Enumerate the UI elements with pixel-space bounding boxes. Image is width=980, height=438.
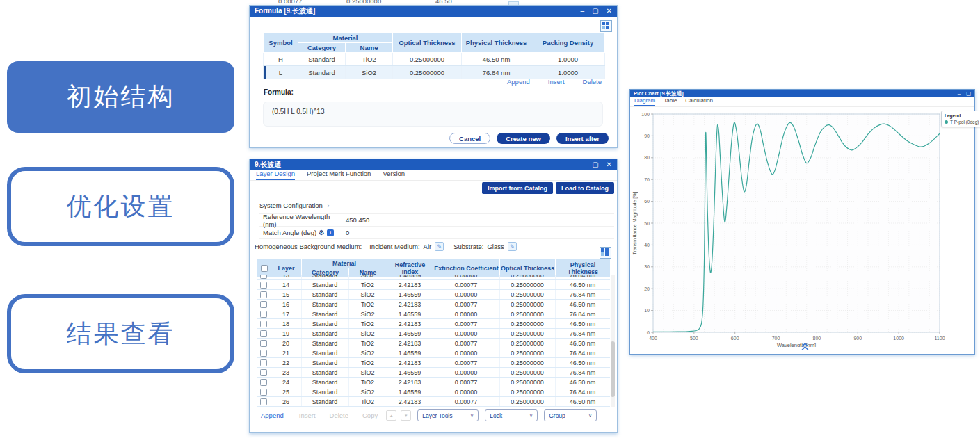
cell: 2.42183 [387,300,433,309]
minimize-icon[interactable]: – [581,161,585,168]
layer-row[interactable]: 18StandardTiO22.421830.000770.2500000046… [257,319,610,329]
table-scrollbar[interactable] [611,275,615,407]
expand-panel-chevron[interactable] [801,341,809,354]
step-button-initial-structure[interactable]: 初始结构 [7,61,234,133]
tab-layer-design[interactable]: Layer Design [256,170,295,180]
cell: 76.84 nm [555,387,610,397]
row-checkbox[interactable] [260,359,267,366]
cancel-button[interactable]: Cancel [449,133,490,144]
row-checkbox[interactable] [260,291,267,298]
row-checkbox[interactable] [260,311,267,318]
match-angle-label: Match Angle (deg) [263,229,316,236]
table-settings-icon[interactable] [600,20,612,32]
import-from-catalog-button[interactable]: Import from Catalog [482,182,553,194]
reference-wavelength-field[interactable]: 450.450 [335,214,614,226]
cell: 18 [271,319,301,329]
delete-link[interactable]: Delete [583,78,602,86]
row-checkbox[interactable] [260,379,267,386]
formula-row[interactable]: LStandardSiO20.2500000076.84 nm1.0000 [264,66,605,79]
load-to-catalog-button[interactable]: Load to Catalog [556,182,614,194]
scrollbar-thumb[interactable] [611,341,615,397]
column-header: Symbol [264,33,298,53]
formula-row[interactable]: HStandardTiO20.2500000046.50 nm1.0000 [264,53,605,66]
svg-text:70: 70 [644,177,650,182]
layer-row[interactable]: 23StandardSiO21.465590.000000.2500000076… [257,368,610,378]
group-dropdown[interactable]: Group ∨ [544,409,597,421]
row-checkbox[interactable] [260,398,267,405]
row-checkbox[interactable] [260,282,267,289]
layer-row[interactable]: 14StandardTiO22.421830.000770.2500000046… [257,280,610,290]
gear-icon[interactable]: ⚙ [319,229,325,236]
layer-tools-dropdown[interactable]: Layer Tools ∨ [417,409,479,421]
tab-diagram[interactable]: Diagram [634,97,655,106]
layer-row[interactable]: 17StandardSiO21.465590.000000.2500000076… [257,309,610,319]
layer-row[interactable]: 24StandardTiO22.421830.000770.2500000046… [257,378,610,387]
formula-input[interactable]: (0.5H L 0.5H)^13 [263,102,603,127]
layer-row[interactable]: 27StandardSiO21.465590.000000.1250000038… [257,407,610,408]
cell: 0.25000000 [499,348,555,358]
lock-dropdown[interactable]: Lock ∨ [485,409,538,421]
edit-substrate-icon[interactable]: ✎ [508,242,517,251]
row-checkbox[interactable] [260,321,267,327]
maximize-icon[interactable]: ▢ [592,8,598,15]
append-link[interactable]: Append [261,412,284,419]
row-checkbox[interactable] [260,340,267,347]
maximize-icon[interactable]: ▢ [966,91,971,97]
match-angle-field[interactable]: 0 [335,227,614,238]
layer-row[interactable]: 19StandardSiO21.465590.000000.2500000076… [257,329,610,339]
svg-text:400: 400 [649,336,657,341]
design-window-titlebar: 9.长波通 – ▢ ✕ [250,159,617,170]
layer-row[interactable]: 15StandardSiO21.465590.000000.2500000076… [257,290,610,300]
select-all-checkbox[interactable] [261,265,268,272]
move-up-button[interactable]: ▲ [386,410,396,421]
row-checkbox[interactable] [260,389,267,396]
layer-row[interactable]: 20StandardTiO22.421830.000770.2500000046… [257,339,610,348]
formula-dialog: Formula [9.长波通] – ▢ ✕ Symbol Material Op… [249,5,618,148]
svg-text:Transmittance Magnitude [%]: Transmittance Magnitude [%] [632,192,638,255]
row-checkbox[interactable] [260,301,267,308]
cell: 1.0000 [531,53,605,66]
system-configuration-toggle[interactable]: System Configuration › [259,202,330,209]
close-icon[interactable]: ✕ [607,8,612,15]
layer-row[interactable]: 25StandardSiO21.465590.000000.2500000076… [257,387,610,397]
close-icon[interactable]: ✕ [607,161,612,168]
tab-version[interactable]: Version [383,170,405,180]
formula-value: (0.5H L 0.5H)^13 [272,108,324,115]
row-checkbox[interactable] [260,275,267,279]
minimize-icon[interactable]: – [581,8,585,15]
maximize-icon[interactable]: ▢ [592,161,598,168]
substrate-label: Substrate: [453,243,483,250]
info-icon[interactable]: i [327,229,334,236]
layer-row[interactable]: 21StandardSiO21.465590.000000.2500000076… [257,348,610,358]
formula-dialog-titlebar: Formula [9.长波通] – ▢ ✕ [250,6,617,17]
delete-link[interactable]: Delete [330,412,348,419]
insert-link[interactable]: Insert [299,412,316,419]
tab-calculation[interactable]: Calculation [685,97,713,106]
dropdown-label: Layer Tools [422,412,452,419]
move-down-button[interactable]: ▼ [401,410,411,421]
cell: 76.84 nm [555,368,610,378]
append-link[interactable]: Append [507,78,530,86]
layer-row[interactable]: 26StandardTiO22.421830.000770.2500000046… [257,397,610,407]
step-button-optimization-settings[interactable]: 优化设置 [7,167,234,246]
insert-link[interactable]: Insert [548,78,565,86]
cell: 0.25000000 [499,329,555,339]
column-header: Optical Thickness [393,33,462,53]
row-checkbox[interactable] [260,369,267,376]
insert-after-button[interactable]: Insert after [556,133,609,144]
table-settings-icon[interactable] [600,247,611,259]
tab-project-merit-function[interactable]: Project Merit Function [307,170,371,180]
cell: 1.46559 [387,290,433,300]
layer-row[interactable]: 16StandardTiO22.421830.000770.2500000046… [257,300,610,309]
create-new-button[interactable]: Create new [497,133,550,144]
layer-row[interactable]: 22StandardTiO22.421830.000770.2500000046… [257,358,610,368]
cell: 1.46559 [387,407,433,408]
row-checkbox[interactable] [260,350,267,357]
row-checkbox[interactable] [260,330,267,337]
step-button-view-results[interactable]: 结果查看 [7,294,234,373]
minimize-icon[interactable]: – [958,91,961,97]
copy-link[interactable]: Copy [362,412,378,419]
tab-table[interactable]: Table [664,97,677,106]
cell: 76.84 nm [555,309,610,319]
edit-incident-medium-icon[interactable]: ✎ [435,242,444,251]
